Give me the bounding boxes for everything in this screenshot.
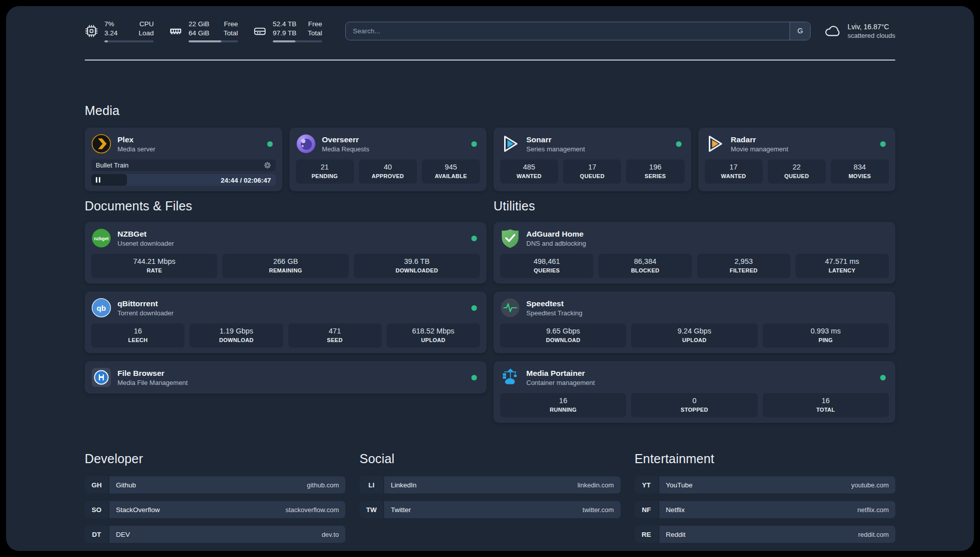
app-card-plex[interactable]: Plex Media server Bullet Train [85,128,282,191]
app-card-portainer[interactable]: Media Portainer Container management 16 … [494,361,895,423]
bookmark-stackoverflow[interactable]: SO StackOverflow stackoverflow.com [85,501,345,518]
stat-ping: 0.993 ms PING [763,323,889,348]
memory-progress-bar [189,40,238,42]
status-dot [267,141,273,147]
section-title-entertainment: Entertainment [635,451,895,466]
disk-free-label: Free [308,20,322,29]
search-engine-button[interactable]: G [789,22,810,40]
status-dot [471,305,477,311]
app-description: DNS and adblocking [526,240,586,247]
weather-condition: scattered clouds [847,32,895,39]
disk-icon [253,24,267,38]
bookmarks-area: Developer GH Github github.com SO StackO… [85,451,895,550]
app-description: Series management [526,145,585,153]
stat-queries: 498,461 QUERIES [500,254,593,278]
app-name: NZBGet [117,230,174,239]
cpu-label: CPU [139,20,154,29]
app-card-sonarr[interactable]: Sonarr Series management 485 WANTED 17 Q… [494,128,691,191]
status-dot [471,236,477,241]
stat-stopped: 0 STOPPED [631,393,757,417]
cpu-load-value: 3.24 [104,29,117,38]
status-dot [676,141,682,147]
nzbget-icon: nzbget [91,228,111,248]
cpu-usage-value: 7% [104,20,117,29]
status-dot [880,375,886,380]
app-description: Media File Management [117,379,188,386]
bookmark-github[interactable]: GH Github github.com [85,476,345,493]
playback-progress-bar[interactable]: 24:44 / 02:06:47 [91,174,276,186]
stat-download: 1.19 Gbps DOWNLOAD [190,323,283,348]
disk-widget: 52.4 TB 97.9 TB Free Total [253,20,322,42]
header-divider [85,60,895,61]
app-card-nzbget[interactable]: nzbget NZBGet Usenet downloader 744.21 M… [85,222,486,284]
section-title-utilities: Utilities [494,198,895,213]
search-bar: G [345,22,811,40]
disk-total-value: 97.9 TB [273,29,296,38]
cpu-icon [85,24,98,38]
bookmark-group-developer: Developer GH Github github.com SO StackO… [85,451,345,550]
bookmark-linkedin[interactable]: LI LinkedIn linkedin.com [359,476,620,493]
app-description: Media server [117,145,155,153]
utilities-column: Utilities AdGuard Home DNS [494,198,895,423]
app-description: Torrent downloader [117,309,173,317]
plex-icon [91,134,111,154]
stat-blocked: 86,384 BLOCKED [598,254,692,278]
app-name: File Browser [117,369,188,378]
app-description: Speedtest Tracking [526,309,582,317]
stat-total: 16 TOTAL [763,393,889,417]
disk-total-label: Total [308,29,322,38]
section-title-media: Media [85,103,895,118]
bookmark-group-entertainment: Entertainment YT YouTube youtube.com NF … [635,451,895,550]
weather-location-temp: Lviv, 16.87°C [847,23,895,31]
app-name: Plex [117,135,155,144]
bookmark-netflix[interactable]: NF Netflix netflix.com [635,501,895,518]
documents-column: Documents & Files nzbget NZBGet Usenet d… [85,198,486,394]
app-card-speedtest[interactable]: Speedtest Speedtest Tracking 9.65 Gbps D… [494,292,895,353]
media-grid: Plex Media server Bullet Train [85,128,895,191]
stat-available: 945 AVAILABLE [422,159,480,184]
search-input[interactable] [346,22,789,40]
cpu-load-label: Load [139,29,154,38]
stat-download: 9.65 Gbps DOWNLOAD [500,323,626,348]
pause-icon[interactable] [96,177,97,183]
stat-rate: 744.21 Mbps RATE [91,254,217,278]
app-description: Media Requests [322,145,370,153]
sonarr-icon [500,134,520,154]
memory-icon [169,24,182,38]
stat-wanted: 485 WANTED [500,159,558,184]
svg-text:qb: qb [97,304,106,312]
stat-leech: 16 LEECH [91,323,185,348]
bookmark-dev[interactable]: DT DEV dev.to [85,526,345,543]
app-name: Overseerr [322,135,370,144]
bookmark-twitter[interactable]: TW Twitter twitter.com [359,501,620,518]
app-description: Usenet downloader [117,240,174,247]
cloud-icon [824,24,841,38]
app-name: Radarr [731,135,788,144]
memory-free-label: Free [223,20,238,29]
stat-queued: 22 QUEUED [768,159,826,184]
disk-progress-bar [273,40,322,42]
app-name: qBittorrent [117,299,173,308]
memory-total-value: 64 GiB [189,29,209,38]
gear-icon[interactable] [264,161,271,169]
app-card-filebrowser[interactable]: File Browser Media File Management [85,361,486,394]
qbittorrent-icon: qb [91,298,111,318]
status-dot [471,375,477,380]
disk-free-value: 52.4 TB [273,20,296,29]
stat-series: 196 SERIES [626,159,684,184]
app-name: AdGuard Home [526,230,586,239]
stat-movies: 834 MOVIES [831,159,889,184]
app-card-qbittorrent[interactable]: qb qBittorrent Torrent downloader 16 LEE… [85,292,486,353]
bookmark-reddit[interactable]: RE Reddit reddit.com [635,526,895,543]
app-card-overseerr[interactable]: Overseerr Media Requests 21 PENDING 40 A… [289,128,487,191]
stat-filtered: 2,953 FILTERED [697,254,790,278]
adguard-icon [500,228,520,248]
app-name: Media Portainer [526,369,595,378]
playback-time: 24:44 / 02:06:47 [221,176,271,184]
bookmark-youtube[interactable]: YT YouTube youtube.com [635,476,895,493]
status-dot [471,141,477,147]
app-card-radarr[interactable]: Radarr Movie management 17 WANTED 22 QUE… [698,128,896,191]
radarr-icon [705,134,725,154]
stat-upload: 618.52 Mbps UPLOAD [387,323,480,348]
app-card-adguard[interactable]: AdGuard Home DNS and adblocking 498,461 … [494,222,895,284]
